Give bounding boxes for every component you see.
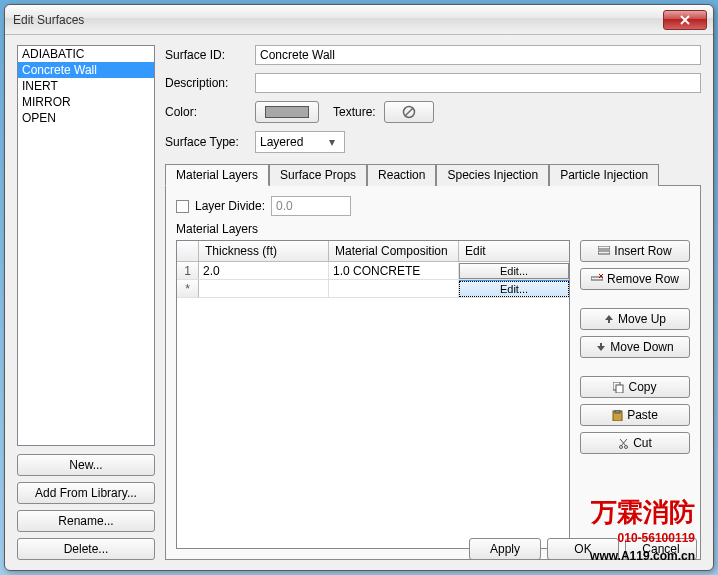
layer-divide-input[interactable] — [271, 196, 351, 216]
edit-surfaces-dialog: Edit Surfaces ADIABATIC Concrete Wall IN… — [4, 4, 714, 571]
color-swatch-icon — [265, 106, 309, 118]
svg-rect-3 — [598, 251, 610, 254]
new-button[interactable]: New... — [17, 454, 155, 476]
tab-material-layers[interactable]: Material Layers — [165, 164, 269, 186]
svg-rect-8 — [616, 385, 623, 393]
insert-row-icon — [598, 246, 610, 256]
paste-button[interactable]: Paste — [580, 404, 690, 426]
col-edit[interactable]: Edit — [459, 241, 569, 261]
ok-button[interactable]: OK — [547, 538, 619, 560]
insert-row-button[interactable]: Insert Row — [580, 240, 690, 262]
surface-type-value: Layered — [260, 135, 303, 149]
surface-item[interactable]: INERT — [18, 78, 154, 94]
rename-button[interactable]: Rename... — [17, 510, 155, 532]
table-row[interactable]: * Edit... — [177, 280, 569, 298]
texture-label: Texture: — [333, 105, 376, 119]
description-input[interactable] — [255, 73, 701, 93]
surface-listbox[interactable]: ADIABATIC Concrete Wall INERT MIRROR OPE… — [17, 45, 155, 446]
window-title: Edit Surfaces — [11, 13, 663, 27]
grid-header: Thickness (ft) Material Composition Edit — [177, 241, 569, 262]
composition-cell[interactable] — [329, 280, 459, 297]
surface-type-label: Surface Type: — [165, 135, 247, 149]
no-texture-icon — [402, 105, 416, 119]
svg-line-14 — [620, 439, 626, 446]
surface-id-input[interactable] — [255, 45, 701, 65]
col-thickness[interactable]: Thickness (ft) — [199, 241, 329, 261]
add-from-library-button[interactable]: Add From Library... — [17, 482, 155, 504]
svg-line-13 — [621, 439, 627, 446]
table-row[interactable]: 1 2.0 1.0 CONCRETE Edit... — [177, 262, 569, 280]
move-down-button[interactable]: Move Down — [580, 336, 690, 358]
svg-rect-2 — [598, 246, 610, 249]
surface-type-combo[interactable]: Layered ▾ — [255, 131, 345, 153]
col-composition[interactable]: Material Composition — [329, 241, 459, 261]
move-up-icon — [604, 314, 614, 324]
color-button[interactable] — [255, 101, 319, 123]
svg-line-1 — [405, 108, 413, 116]
move-down-icon — [596, 342, 606, 352]
material-layers-panel: Layer Divide: Material Layers Thickness … — [165, 186, 701, 560]
close-button[interactable] — [663, 10, 707, 30]
surface-item[interactable]: ADIABATIC — [18, 46, 154, 62]
color-label: Color: — [165, 105, 247, 119]
remove-row-icon — [591, 274, 603, 284]
apply-button[interactable]: Apply — [469, 538, 541, 560]
cut-button[interactable]: Cut — [580, 432, 690, 454]
layer-divide-checkbox[interactable] — [176, 200, 189, 213]
edit-row-button[interactable]: Edit... — [459, 263, 569, 279]
chevron-down-icon: ▾ — [324, 135, 340, 149]
close-icon — [680, 15, 690, 25]
cancel-button[interactable]: Cancel — [625, 538, 697, 560]
dialog-footer: Apply OK Cancel — [469, 538, 697, 560]
layer-divide-label: Layer Divide: — [195, 199, 265, 213]
tab-reaction[interactable]: Reaction — [367, 164, 436, 186]
tab-bar: Material Layers Surface Props Reaction S… — [165, 163, 701, 186]
remove-row-button[interactable]: Remove Row — [580, 268, 690, 290]
texture-button[interactable] — [384, 101, 434, 123]
tab-species-injection[interactable]: Species Injection — [436, 164, 549, 186]
material-layers-label: Material Layers — [176, 222, 690, 236]
copy-icon — [613, 382, 624, 393]
svg-rect-4 — [591, 277, 603, 280]
tab-surface-props[interactable]: Surface Props — [269, 164, 367, 186]
titlebar[interactable]: Edit Surfaces — [5, 5, 713, 35]
edit-row-button[interactable]: Edit... — [459, 281, 569, 297]
surface-item[interactable]: MIRROR — [18, 94, 154, 110]
thickness-cell[interactable]: 2.0 — [199, 262, 329, 279]
svg-rect-10 — [615, 410, 620, 413]
move-up-button[interactable]: Move Up — [580, 308, 690, 330]
delete-button[interactable]: Delete... — [17, 538, 155, 560]
composition-cell[interactable]: 1.0 CONCRETE — [329, 262, 459, 279]
thickness-cell[interactable] — [199, 280, 329, 297]
tab-particle-injection[interactable]: Particle Injection — [549, 164, 659, 186]
copy-button[interactable]: Copy — [580, 376, 690, 398]
paste-icon — [612, 410, 623, 421]
surface-id-label: Surface ID: — [165, 48, 247, 62]
description-label: Description: — [165, 76, 247, 90]
surface-item[interactable]: Concrete Wall — [18, 62, 154, 78]
row-header: 1 — [177, 262, 199, 279]
material-layers-grid[interactable]: Thickness (ft) Material Composition Edit… — [176, 240, 570, 549]
surface-item[interactable]: OPEN — [18, 110, 154, 126]
cut-icon — [618, 438, 629, 449]
row-header: * — [177, 280, 199, 297]
